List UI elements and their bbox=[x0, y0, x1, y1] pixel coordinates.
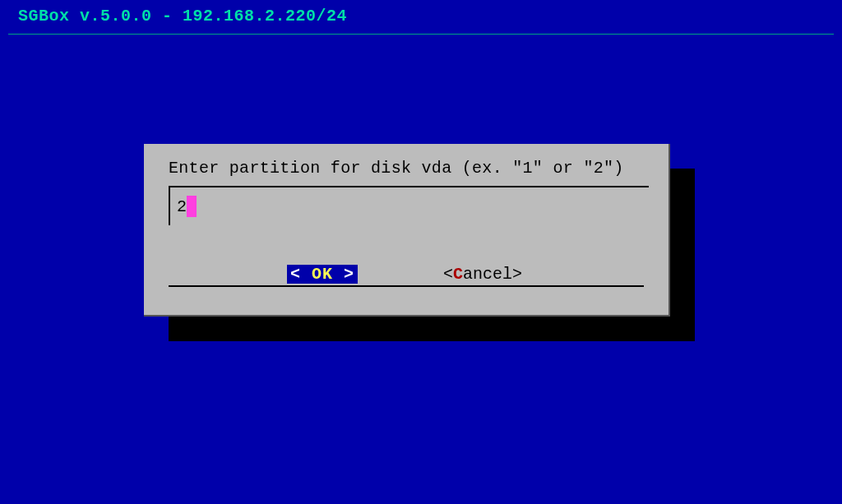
cancel-rest: ancel bbox=[463, 265, 512, 284]
ok-left-bracket: < bbox=[290, 265, 312, 284]
ok-right-bracket: > bbox=[333, 265, 354, 284]
cancel-left-bracket: < bbox=[443, 265, 453, 284]
cancel-right-bracket: > bbox=[512, 265, 522, 284]
partition-input-value: 2 bbox=[177, 197, 187, 216]
dialog-prompt: Enter partition for disk vda (ex. "1" or… bbox=[169, 159, 644, 178]
text-cursor bbox=[187, 196, 197, 217]
button-row: < OK > <Cancel> bbox=[169, 265, 644, 287]
partition-input[interactable]: 2 bbox=[169, 186, 649, 225]
partition-dialog: Enter partition for disk vda (ex. "1" or… bbox=[144, 144, 670, 317]
app-header: SGBox v.5.0.0 - 192.168.2.220/24 bbox=[8, 0, 834, 35]
ok-button[interactable]: < OK > bbox=[287, 265, 358, 284]
cancel-hotkey: C bbox=[453, 265, 463, 284]
dialog-wrapper: Enter partition for disk vda (ex. "1" or… bbox=[144, 144, 670, 317]
cancel-button[interactable]: <Cancel> bbox=[440, 265, 525, 284]
app-title: SGBox v.5.0.0 - 192.168.2.220/24 bbox=[18, 7, 347, 25]
ok-label: OK bbox=[312, 265, 333, 284]
